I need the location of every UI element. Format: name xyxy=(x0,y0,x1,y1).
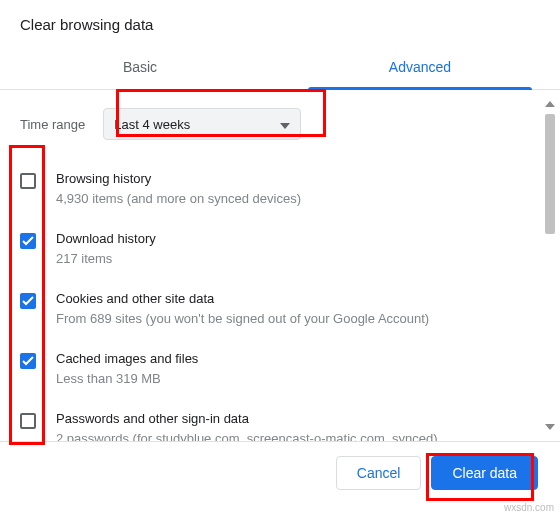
list-item: Browsing history 4,930 items (and more o… xyxy=(20,162,516,222)
list-item: Passwords and other sign-in data 2 passw… xyxy=(20,402,516,442)
checkbox-cookies[interactable] xyxy=(20,293,36,309)
list-item: Download history 217 items xyxy=(20,222,516,282)
item-title: Browsing history xyxy=(56,170,516,188)
checkbox-passwords[interactable] xyxy=(20,413,36,429)
dialog-footer: Cancel Clear data xyxy=(0,442,560,504)
dialog-title: Clear browsing data xyxy=(0,0,560,41)
item-title: Cookies and other site data xyxy=(56,290,516,308)
item-sub: 4,930 items (and more on synced devices) xyxy=(56,190,516,208)
dropdown-icon xyxy=(280,117,290,132)
tabs: Basic Advanced xyxy=(0,47,560,90)
list-item: Cached images and files Less than 319 MB xyxy=(20,342,516,402)
tab-advanced[interactable]: Advanced xyxy=(280,47,560,89)
item-title: Cached images and files xyxy=(56,350,516,368)
watermark: wxsdn.com xyxy=(504,502,554,513)
scrollbar[interactable] xyxy=(542,96,558,435)
item-sub: From 689 sites (you won't be signed out … xyxy=(56,310,516,328)
item-title: Passwords and other sign-in data xyxy=(56,410,516,428)
scroll-area: Time range Last 4 weeks Browsing history… xyxy=(0,90,560,442)
scroll-down-icon[interactable] xyxy=(542,419,558,435)
item-sub: Less than 319 MB xyxy=(56,370,516,388)
time-range-select[interactable]: Last 4 weeks xyxy=(103,108,301,140)
time-range-row: Time range Last 4 weeks xyxy=(0,90,536,162)
item-sub: 217 items xyxy=(56,250,516,268)
checkbox-browsing-history[interactable] xyxy=(20,173,36,189)
scroll-thumb[interactable] xyxy=(545,114,555,234)
options-list: Browsing history 4,930 items (and more o… xyxy=(0,162,536,442)
time-range-label: Time range xyxy=(20,117,85,132)
clear-data-button[interactable]: Clear data xyxy=(431,456,538,490)
scroll-up-icon[interactable] xyxy=(542,96,558,112)
item-title: Download history xyxy=(56,230,516,248)
tab-basic[interactable]: Basic xyxy=(0,47,280,89)
list-item: Cookies and other site data From 689 sit… xyxy=(20,282,516,342)
time-range-value: Last 4 weeks xyxy=(114,117,190,132)
checkbox-download-history[interactable] xyxy=(20,233,36,249)
item-sub: 2 passwords (for studyblue.com, screenca… xyxy=(56,430,516,442)
checkbox-cached[interactable] xyxy=(20,353,36,369)
cancel-button[interactable]: Cancel xyxy=(336,456,422,490)
